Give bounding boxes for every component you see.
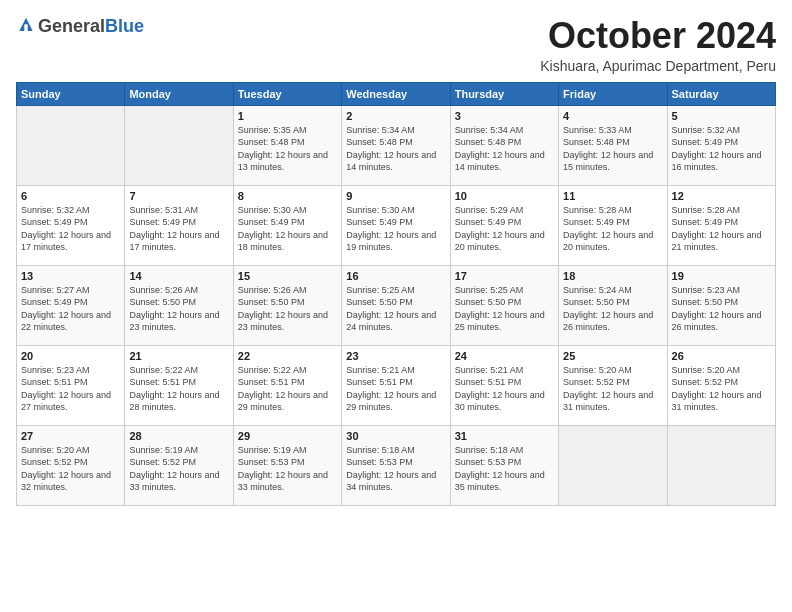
day-info: Sunrise: 5:25 AMSunset: 5:50 PMDaylight:… [455, 285, 545, 333]
day-info: Sunrise: 5:18 AMSunset: 5:53 PMDaylight:… [346, 445, 436, 493]
calendar-cell: 17Sunrise: 5:25 AMSunset: 5:50 PMDayligh… [450, 265, 558, 345]
day-number: 28 [129, 430, 228, 442]
day-number: 29 [238, 430, 337, 442]
calendar-cell: 27Sunrise: 5:20 AMSunset: 5:52 PMDayligh… [17, 425, 125, 505]
day-info: Sunrise: 5:28 AMSunset: 5:49 PMDaylight:… [672, 205, 762, 253]
day-number: 3 [455, 110, 554, 122]
calendar-cell: 25Sunrise: 5:20 AMSunset: 5:52 PMDayligh… [559, 345, 667, 425]
calendar-cell: 10Sunrise: 5:29 AMSunset: 5:49 PMDayligh… [450, 185, 558, 265]
day-info: Sunrise: 5:22 AMSunset: 5:51 PMDaylight:… [238, 365, 328, 413]
day-number: 5 [672, 110, 771, 122]
day-number: 13 [21, 270, 120, 282]
calendar-cell [125, 105, 233, 185]
calendar-cell: 6Sunrise: 5:32 AMSunset: 5:49 PMDaylight… [17, 185, 125, 265]
calendar-week-row: 1Sunrise: 5:35 AMSunset: 5:48 PMDaylight… [17, 105, 776, 185]
day-of-week-header: Saturday [667, 82, 775, 105]
day-info: Sunrise: 5:20 AMSunset: 5:52 PMDaylight:… [21, 445, 111, 493]
day-number: 31 [455, 430, 554, 442]
calendar-cell [17, 105, 125, 185]
day-number: 14 [129, 270, 228, 282]
day-number: 19 [672, 270, 771, 282]
day-number: 17 [455, 270, 554, 282]
calendar-page: GeneralBlue October 2024 Kishuara, Apuri… [0, 0, 792, 612]
calendar-cell: 16Sunrise: 5:25 AMSunset: 5:50 PMDayligh… [342, 265, 450, 345]
calendar-cell: 12Sunrise: 5:28 AMSunset: 5:49 PMDayligh… [667, 185, 775, 265]
day-info: Sunrise: 5:29 AMSunset: 5:49 PMDaylight:… [455, 205, 545, 253]
calendar-cell: 31Sunrise: 5:18 AMSunset: 5:53 PMDayligh… [450, 425, 558, 505]
calendar-cell: 23Sunrise: 5:21 AMSunset: 5:51 PMDayligh… [342, 345, 450, 425]
day-info: Sunrise: 5:22 AMSunset: 5:51 PMDaylight:… [129, 365, 219, 413]
day-number: 16 [346, 270, 445, 282]
day-number: 30 [346, 430, 445, 442]
day-info: Sunrise: 5:24 AMSunset: 5:50 PMDaylight:… [563, 285, 653, 333]
day-number: 6 [21, 190, 120, 202]
calendar-cell: 26Sunrise: 5:20 AMSunset: 5:52 PMDayligh… [667, 345, 775, 425]
day-number: 25 [563, 350, 662, 362]
calendar-cell: 28Sunrise: 5:19 AMSunset: 5:52 PMDayligh… [125, 425, 233, 505]
day-info: Sunrise: 5:30 AMSunset: 5:49 PMDaylight:… [346, 205, 436, 253]
calendar-cell: 11Sunrise: 5:28 AMSunset: 5:49 PMDayligh… [559, 185, 667, 265]
calendar-cell [667, 425, 775, 505]
day-info: Sunrise: 5:35 AMSunset: 5:48 PMDaylight:… [238, 125, 328, 173]
day-number: 21 [129, 350, 228, 362]
calendar-cell: 18Sunrise: 5:24 AMSunset: 5:50 PMDayligh… [559, 265, 667, 345]
day-number: 9 [346, 190, 445, 202]
calendar-cell: 4Sunrise: 5:33 AMSunset: 5:48 PMDaylight… [559, 105, 667, 185]
calendar-cell: 21Sunrise: 5:22 AMSunset: 5:51 PMDayligh… [125, 345, 233, 425]
month-title: October 2024 [540, 16, 776, 56]
day-number: 18 [563, 270, 662, 282]
calendar-cell: 24Sunrise: 5:21 AMSunset: 5:51 PMDayligh… [450, 345, 558, 425]
logo-icon [16, 16, 36, 36]
day-info: Sunrise: 5:31 AMSunset: 5:49 PMDaylight:… [129, 205, 219, 253]
calendar-cell: 3Sunrise: 5:34 AMSunset: 5:48 PMDaylight… [450, 105, 558, 185]
calendar-cell: 9Sunrise: 5:30 AMSunset: 5:49 PMDaylight… [342, 185, 450, 265]
day-info: Sunrise: 5:18 AMSunset: 5:53 PMDaylight:… [455, 445, 545, 493]
location-title: Kishuara, Apurimac Department, Peru [540, 58, 776, 74]
day-number: 15 [238, 270, 337, 282]
calendar-cell: 20Sunrise: 5:23 AMSunset: 5:51 PMDayligh… [17, 345, 125, 425]
day-of-week-header: Sunday [17, 82, 125, 105]
header: GeneralBlue October 2024 Kishuara, Apuri… [16, 16, 776, 74]
day-number: 23 [346, 350, 445, 362]
day-number: 12 [672, 190, 771, 202]
calendar-week-row: 6Sunrise: 5:32 AMSunset: 5:49 PMDaylight… [17, 185, 776, 265]
day-info: Sunrise: 5:25 AMSunset: 5:50 PMDaylight:… [346, 285, 436, 333]
day-number: 26 [672, 350, 771, 362]
day-info: Sunrise: 5:32 AMSunset: 5:49 PMDaylight:… [672, 125, 762, 173]
day-info: Sunrise: 5:23 AMSunset: 5:51 PMDaylight:… [21, 365, 111, 413]
day-number: 11 [563, 190, 662, 202]
calendar-table: SundayMondayTuesdayWednesdayThursdayFrid… [16, 82, 776, 506]
day-info: Sunrise: 5:34 AMSunset: 5:48 PMDaylight:… [455, 125, 545, 173]
day-number: 4 [563, 110, 662, 122]
day-info: Sunrise: 5:23 AMSunset: 5:50 PMDaylight:… [672, 285, 762, 333]
day-of-week-header: Thursday [450, 82, 558, 105]
day-info: Sunrise: 5:27 AMSunset: 5:49 PMDaylight:… [21, 285, 111, 333]
day-number: 8 [238, 190, 337, 202]
day-number: 7 [129, 190, 228, 202]
day-number: 10 [455, 190, 554, 202]
calendar-cell: 7Sunrise: 5:31 AMSunset: 5:49 PMDaylight… [125, 185, 233, 265]
day-number: 2 [346, 110, 445, 122]
calendar-cell: 30Sunrise: 5:18 AMSunset: 5:53 PMDayligh… [342, 425, 450, 505]
day-info: Sunrise: 5:30 AMSunset: 5:49 PMDaylight:… [238, 205, 328, 253]
day-number: 22 [238, 350, 337, 362]
day-info: Sunrise: 5:21 AMSunset: 5:51 PMDaylight:… [346, 365, 436, 413]
day-info: Sunrise: 5:28 AMSunset: 5:49 PMDaylight:… [563, 205, 653, 253]
calendar-cell: 8Sunrise: 5:30 AMSunset: 5:49 PMDaylight… [233, 185, 341, 265]
calendar-cell: 15Sunrise: 5:26 AMSunset: 5:50 PMDayligh… [233, 265, 341, 345]
day-info: Sunrise: 5:19 AMSunset: 5:52 PMDaylight:… [129, 445, 219, 493]
calendar-week-row: 13Sunrise: 5:27 AMSunset: 5:49 PMDayligh… [17, 265, 776, 345]
calendar-cell: 14Sunrise: 5:26 AMSunset: 5:50 PMDayligh… [125, 265, 233, 345]
day-info: Sunrise: 5:26 AMSunset: 5:50 PMDaylight:… [129, 285, 219, 333]
day-number: 24 [455, 350, 554, 362]
day-info: Sunrise: 5:33 AMSunset: 5:48 PMDaylight:… [563, 125, 653, 173]
logo: GeneralBlue [16, 16, 144, 36]
day-number: 27 [21, 430, 120, 442]
calendar-cell [559, 425, 667, 505]
title-block: October 2024 Kishuara, Apurimac Departme… [540, 16, 776, 74]
calendar-week-row: 20Sunrise: 5:23 AMSunset: 5:51 PMDayligh… [17, 345, 776, 425]
day-info: Sunrise: 5:21 AMSunset: 5:51 PMDaylight:… [455, 365, 545, 413]
calendar-cell: 22Sunrise: 5:22 AMSunset: 5:51 PMDayligh… [233, 345, 341, 425]
day-info: Sunrise: 5:32 AMSunset: 5:49 PMDaylight:… [21, 205, 111, 253]
logo-general: General [38, 17, 105, 35]
